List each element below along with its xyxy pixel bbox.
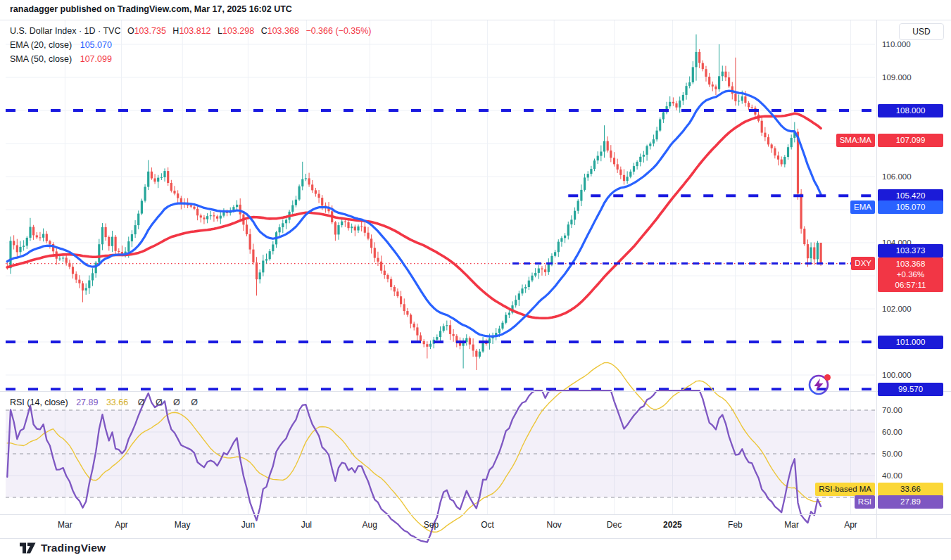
time-axis-label-dec: Dec bbox=[607, 520, 622, 530]
time-axis-label-mar: Mar bbox=[784, 520, 799, 530]
symbol-legend-row[interactable]: U.S. Dollar Index · 1D · TVC O103.735 H1… bbox=[10, 24, 372, 38]
low-value: 103.298 bbox=[222, 26, 254, 36]
time-axis-label-nov: Nov bbox=[547, 520, 562, 530]
time-axis-label-may: May bbox=[175, 520, 191, 530]
time-axis-label-jul: Jul bbox=[301, 520, 312, 530]
rsi-ma-value: 33.66 bbox=[106, 397, 128, 407]
rsi-tick-label: 70.00 bbox=[882, 405, 902, 415]
symbol-title: U.S. Dollar Index · 1D · TVC bbox=[10, 26, 120, 36]
ema-value: 105.070 bbox=[80, 40, 112, 50]
rsi-tick-label: 50.00 bbox=[882, 449, 902, 459]
tradingview-logo-text: TradingView bbox=[41, 542, 106, 554]
time-axis-label-feb: Feb bbox=[728, 520, 743, 530]
rsi-based-ma-line-label: RSI-based MA bbox=[815, 483, 875, 496]
chart-canvas[interactable] bbox=[0, 0, 951, 560]
price-level-badge: 105.070 bbox=[878, 201, 943, 214]
rsi-value-badge: 33.66 bbox=[878, 483, 943, 496]
sma-legend-row[interactable]: SMA (50, close) 107.099 bbox=[10, 52, 372, 66]
ema-line-label: EMA bbox=[850, 201, 875, 214]
time-axis-label-aug: Aug bbox=[363, 520, 377, 530]
last-price-countdown-badge: 103.368+0.36%06:57:11 bbox=[878, 257, 943, 292]
time-axis-label-oct: Oct bbox=[481, 520, 494, 530]
tradingview-logo-icon bbox=[20, 541, 36, 555]
rsi-tick-label: 60.00 bbox=[882, 427, 902, 437]
rsi-value-badge: 27.89 bbox=[878, 495, 943, 509]
price-tick-label: 102.000 bbox=[882, 304, 912, 314]
price-tick-label: 109.000 bbox=[882, 72, 912, 82]
price-level-badge: 101.000 bbox=[878, 336, 943, 349]
rsi-label: RSI (14, close) bbox=[10, 397, 68, 407]
time-axis-label-jun: Jun bbox=[241, 520, 255, 530]
ema-label: EMA (20, close) bbox=[10, 40, 72, 50]
flash-marker-icon[interactable] bbox=[805, 371, 833, 399]
rsi-value: 27.89 bbox=[76, 397, 98, 407]
price-level-badge: 103.373 bbox=[878, 244, 943, 257]
dxy-line-label: DXY bbox=[851, 257, 875, 270]
time-axis-label-sep: Sep bbox=[424, 520, 439, 530]
close-value: 103.368 bbox=[267, 26, 299, 36]
tradingview-logo[interactable]: TradingView bbox=[20, 541, 106, 555]
rsi-legend-row[interactable]: RSI (14, close) 27.89 33.66 Ø Ø Ø Ø bbox=[10, 395, 202, 409]
tradingview-chart-page: { "header": { "attribution": "ranadagger… bbox=[0, 0, 951, 560]
time-axis-label-apr: Apr bbox=[115, 520, 128, 530]
lightning-bolt-icon bbox=[814, 378, 824, 391]
close-label: C bbox=[261, 26, 267, 36]
price-level-badge: 99.570 bbox=[878, 383, 943, 396]
change-value: −0.366 (−0.35%) bbox=[306, 26, 371, 36]
notification-dot bbox=[824, 374, 831, 381]
ema-legend-row[interactable]: EMA (20, close) 105.070 bbox=[10, 38, 372, 52]
price-tick-label: 110.000 bbox=[882, 39, 911, 49]
price-tick-label: 100.000 bbox=[882, 370, 912, 380]
sma-ma-line-label: SMA:MA bbox=[836, 134, 875, 147]
rsi-tick-label: 40.00 bbox=[882, 471, 902, 481]
open-value: 103.735 bbox=[134, 26, 166, 36]
low-label: L bbox=[218, 26, 222, 36]
time-axis-label-mar: Mar bbox=[58, 520, 73, 530]
price-level-badge: 107.099 bbox=[878, 134, 943, 147]
sma-label: SMA (50, close) bbox=[10, 54, 72, 64]
time-axis-label-2025: 2025 bbox=[663, 520, 682, 530]
currency-toggle-button[interactable]: USD bbox=[899, 23, 944, 40]
time-axis-label-apr: Apr bbox=[844, 520, 857, 530]
price-tick-label: 106.000 bbox=[882, 172, 912, 182]
main-chart-legend: U.S. Dollar Index · 1D · TVC O103.735 H1… bbox=[10, 24, 372, 66]
open-label: O bbox=[127, 26, 134, 36]
high-value: 103.812 bbox=[179, 26, 210, 36]
rsi-line-label: RSI bbox=[855, 495, 875, 509]
price-level-badge: 108.000 bbox=[878, 104, 943, 117]
sma-value: 107.099 bbox=[80, 54, 112, 64]
rsi-placeholder-values: Ø Ø Ø Ø bbox=[138, 397, 202, 407]
